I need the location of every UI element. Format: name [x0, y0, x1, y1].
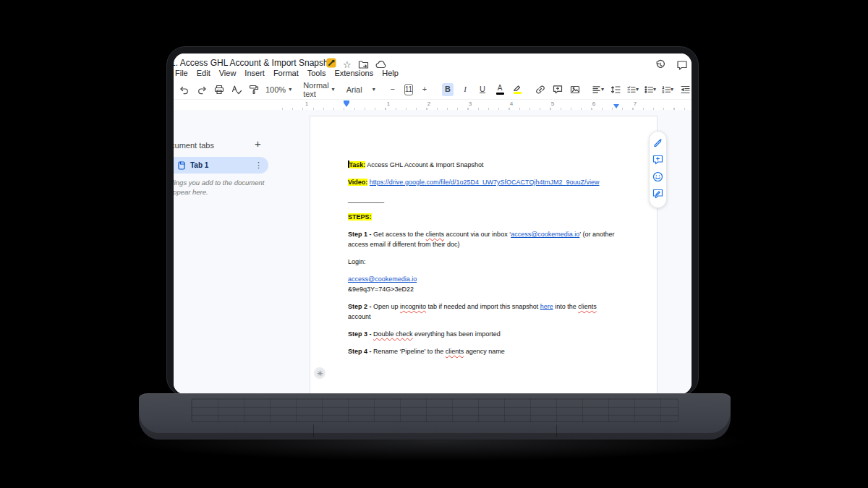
redo-button[interactable]: [196, 83, 208, 96]
doc-text: __________: [348, 196, 384, 203]
checklist-button[interactable]: ▾: [627, 83, 639, 96]
doc-text: incognito: [400, 303, 426, 310]
doc-link[interactable]: here: [540, 303, 553, 310]
menu-tools[interactable]: Tools: [307, 69, 326, 77]
zoom-select[interactable]: 100%▾: [265, 85, 292, 94]
suggest-edits-icon[interactable]: [652, 189, 663, 199]
floating-edit-toolbar: [649, 131, 667, 208]
doc-text: Double check: [373, 330, 413, 338]
doc-text: clients: [578, 303, 597, 310]
doc-text: access email if different from their doc…: [348, 241, 459, 248]
doc-paragraph[interactable]: __________: [348, 194, 616, 205]
font-size-value[interactable]: 11: [404, 84, 413, 95]
numbered-list-button[interactable]: ▾: [662, 83, 673, 96]
menu-edit[interactable]: Edit: [197, 69, 210, 77]
bulleted-list-button[interactable]: ▾: [644, 83, 656, 96]
menu-format[interactable]: Format: [273, 69, 299, 77]
emoji-reaction-icon[interactable]: [652, 171, 663, 182]
doc-text: everything has been imported: [413, 330, 501, 338]
doc-link[interactable]: access@cookemedia.io: [511, 231, 579, 238]
undo-button[interactable]: [179, 83, 190, 96]
italic-button[interactable]: I: [459, 83, 471, 96]
doc-paragraph[interactable]: access@cookemedia.io: [348, 274, 616, 284]
ruler-row: 1 1 2 3 4 5 6 7: [174, 99, 692, 110]
insert-link-button[interactable]: [535, 83, 546, 96]
doc-paragraph[interactable]: &9e9q3Y=74G>3eD22: [348, 284, 616, 294]
right-indent-marker[interactable]: [613, 104, 619, 108]
highlight-color-button[interactable]: [511, 83, 523, 96]
doc-paragraph[interactable]: Step 1 - Get access to the clients accou…: [348, 229, 616, 249]
paint-format-button[interactable]: [248, 83, 260, 96]
doc-paragraph[interactable]: Step 3 - Double check everything has bee…: [348, 329, 616, 339]
doc-text: clients: [426, 231, 445, 238]
document-tabs-header: Document tabs: [174, 141, 214, 150]
laptop-mockup: 1. Access GHL Account & Import Snapshot …: [0, 0, 868, 488]
decrease-indent-button[interactable]: [679, 83, 691, 96]
ruler: 1 1 2 3 4 5 6 7: [282, 100, 686, 111]
doc-paragraph[interactable]: Step 2 - Open up incognito tab if needed…: [348, 301, 616, 322]
help-me-write-icon[interactable]: [652, 137, 663, 148]
doc-paragraph[interactable]: Step 4 - Rename ‘Pipeline’ to the client…: [348, 346, 616, 356]
page-corner-icon[interactable]: [314, 367, 326, 379]
tab-options-icon[interactable]: ⋮: [255, 160, 263, 170]
spellcheck-button[interactable]: [231, 83, 242, 96]
add-comment-button[interactable]: [552, 83, 563, 96]
doc-text: Step 3 -: [348, 330, 372, 338]
menu-help[interactable]: Help: [382, 69, 399, 77]
doc-body: Task: Access GHL Account & Import Snapsh…: [310, 116, 657, 356]
doc-paragraph[interactable]: STEPS:: [348, 212, 616, 222]
doc-text: &9e9q3Y=74G>3eD22: [348, 286, 414, 293]
doc-text: Task:: [349, 161, 366, 168]
document-page[interactable]: Task: Access GHL Account & Import Snapsh…: [310, 116, 658, 394]
doc-text: account via our inbox ‘: [444, 231, 511, 238]
doc-text: account: [348, 313, 371, 320]
titlebar-right-icons: [655, 59, 688, 71]
left-indent-marker[interactable]: [344, 103, 349, 107]
menu-view[interactable]: View: [219, 69, 237, 77]
doc-paragraph[interactable]: Video: https://drive.google.com/file/d/1…: [348, 177, 616, 187]
sidebar-hint: Headings you add to the document will ap…: [174, 178, 288, 197]
move-folder-icon[interactable]: [358, 60, 369, 69]
doc-text: agency name: [464, 348, 505, 355]
comments-icon[interactable]: [676, 60, 688, 71]
doc-text: into the: [553, 303, 579, 310]
increase-font-size-button[interactable]: +: [419, 83, 430, 96]
add-tab-button[interactable]: +: [255, 137, 261, 150]
doc-text: Step 2 -: [348, 303, 372, 310]
doc-link[interactable]: access@cookemedia.io: [348, 275, 417, 283]
bold-button[interactable]: B: [442, 83, 454, 96]
doc-text: Step 4 -: [348, 348, 372, 355]
decrease-font-size-button[interactable]: −: [387, 83, 399, 96]
doc-paragraph[interactable]: Login:: [348, 257, 616, 267]
cloud-status-icon[interactable]: [375, 60, 387, 69]
laptop-frame: 1. Access GHL Account & Import Snapshot …: [166, 46, 699, 396]
insert-image-button[interactable]: [569, 83, 581, 96]
doc-link[interactable]: https://drive.google.com/file/d/1o25D4_U…: [370, 179, 600, 186]
styles-select[interactable]: Normal text▾: [303, 81, 334, 98]
menu-insert[interactable]: Insert: [244, 69, 265, 77]
doc-text: Step 1 -: [348, 231, 372, 238]
doc-text: Open up: [372, 303, 401, 310]
menu-extensions[interactable]: Extensions: [334, 69, 373, 77]
doc-title[interactable]: 1. Access GHL Account & Import Snapshot: [174, 58, 336, 68]
doc-text: Get access to the: [372, 231, 426, 238]
version-history-icon[interactable]: [655, 59, 666, 71]
document-canvas: Document tabs + Tab 1 ⋮ Headings you add…: [174, 110, 692, 394]
text-color-button[interactable]: A: [494, 83, 506, 96]
line-spacing-button[interactable]: [610, 83, 621, 96]
font-select[interactable]: Arial▾: [346, 85, 375, 94]
star-icon[interactable]: ☆: [343, 60, 352, 69]
sidebar-item-tab1[interactable]: Tab 1 ⋮: [174, 157, 268, 174]
doc-text: Video:: [348, 179, 367, 186]
doc-text: STEPS:: [348, 213, 372, 221]
menu-bar: File Edit View Insert Format Tools Exten…: [175, 69, 399, 77]
toolbar: 100%▾ Normal text▾ Arial▾ − 11 + B I U A: [179, 80, 692, 99]
doc-text: tab if needed and import this snapshot: [426, 303, 540, 310]
underline-button[interactable]: U: [477, 83, 488, 96]
laptop-screen: 1. Access GHL Account & Import Snapshot …: [174, 53, 692, 394]
menu-file[interactable]: File: [175, 69, 188, 77]
add-comment-float-icon[interactable]: [652, 155, 663, 165]
align-button[interactable]: ▾: [592, 83, 604, 96]
print-button[interactable]: [213, 83, 225, 96]
doc-paragraph[interactable]: Task: Access GHL Account & Import Snapsh…: [348, 160, 616, 170]
